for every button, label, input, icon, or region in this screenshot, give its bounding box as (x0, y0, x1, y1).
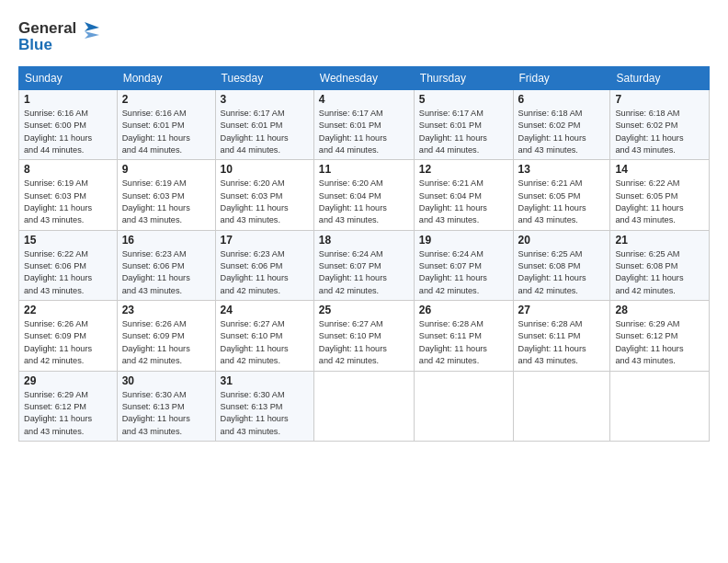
day-number: 2 (122, 93, 210, 106)
week-row-4: 22Sunrise: 6:26 AMSunset: 6:09 PMDayligh… (19, 301, 710, 371)
day-number: 24 (221, 304, 309, 316)
day-cell: 19Sunrise: 6:24 AMSunset: 6:07 PMDayligh… (414, 230, 513, 300)
week-row-5: 29Sunrise: 6:29 AMSunset: 6:12 PMDayligh… (19, 371, 710, 441)
day-cell: 28Sunrise: 6:29 AMSunset: 6:12 PMDayligh… (610, 301, 710, 371)
day-info: Sunrise: 6:22 AMSunset: 6:06 PMDaylight:… (24, 249, 92, 295)
header-day-monday: Monday (117, 67, 215, 90)
day-cell: 5Sunrise: 6:17 AMSunset: 6:01 PMDaylight… (414, 90, 513, 160)
day-info: Sunrise: 6:26 AMSunset: 6:09 PMDaylight:… (122, 319, 190, 365)
header-day-tuesday: Tuesday (215, 67, 313, 90)
day-info: Sunrise: 6:21 AMSunset: 6:05 PMDaylight:… (518, 178, 586, 224)
day-number: 17 (221, 234, 309, 247)
day-info: Sunrise: 6:16 AMSunset: 6:00 PMDaylight:… (24, 109, 92, 155)
week-row-2: 8Sunrise: 6:19 AMSunset: 6:03 PMDaylight… (19, 160, 710, 230)
logo-svg: General Blue (18, 15, 101, 55)
day-number: 15 (24, 234, 112, 247)
day-cell: 21Sunrise: 6:25 AMSunset: 6:08 PMDayligh… (610, 230, 710, 300)
day-cell: 30Sunrise: 6:30 AMSunset: 6:13 PMDayligh… (117, 371, 215, 441)
header-day-friday: Friday (513, 67, 610, 90)
day-info: Sunrise: 6:17 AMSunset: 6:01 PMDaylight:… (419, 109, 487, 155)
day-info: Sunrise: 6:18 AMSunset: 6:02 PMDaylight:… (518, 109, 586, 155)
day-cell: 31Sunrise: 6:30 AMSunset: 6:13 PMDayligh… (215, 371, 313, 441)
day-number: 16 (122, 234, 210, 247)
day-info: Sunrise: 6:19 AMSunset: 6:03 PMDaylight:… (122, 178, 190, 224)
svg-marker-3 (85, 31, 99, 39)
day-info: Sunrise: 6:26 AMSunset: 6:09 PMDaylight:… (24, 319, 92, 365)
day-info: Sunrise: 6:24 AMSunset: 6:07 PMDaylight:… (419, 249, 487, 295)
day-info: Sunrise: 6:23 AMSunset: 6:06 PMDaylight:… (221, 249, 289, 295)
logo: General Blue (18, 15, 101, 59)
day-number: 8 (24, 163, 112, 176)
day-cell: 6Sunrise: 6:18 AMSunset: 6:02 PMDaylight… (513, 90, 610, 160)
day-cell: 14Sunrise: 6:22 AMSunset: 6:05 PMDayligh… (610, 160, 710, 230)
day-number: 4 (319, 93, 409, 106)
day-number: 6 (518, 93, 606, 106)
header-day-sunday: Sunday (19, 67, 118, 90)
day-cell: 24Sunrise: 6:27 AMSunset: 6:10 PMDayligh… (215, 301, 313, 371)
day-cell: 29Sunrise: 6:29 AMSunset: 6:12 PMDayligh… (19, 371, 118, 441)
day-cell: 8Sunrise: 6:19 AMSunset: 6:03 PMDaylight… (19, 160, 118, 230)
day-cell: 22Sunrise: 6:26 AMSunset: 6:09 PMDayligh… (19, 301, 118, 371)
header-day-wednesday: Wednesday (313, 67, 414, 90)
day-number: 13 (518, 163, 606, 176)
svg-marker-2 (85, 22, 99, 31)
day-number: 30 (122, 374, 210, 387)
day-cell: 11Sunrise: 6:20 AMSunset: 6:04 PMDayligh… (313, 160, 414, 230)
header-row: SundayMondayTuesdayWednesdayThursdayFrid… (19, 67, 710, 90)
day-info: Sunrise: 6:17 AMSunset: 6:01 PMDaylight:… (319, 109, 387, 155)
day-cell (313, 371, 414, 441)
day-cell: 23Sunrise: 6:26 AMSunset: 6:09 PMDayligh… (117, 301, 215, 371)
day-cell: 9Sunrise: 6:19 AMSunset: 6:03 PMDaylight… (117, 160, 215, 230)
week-row-1: 1Sunrise: 6:16 AMSunset: 6:00 PMDaylight… (19, 90, 710, 160)
day-cell: 17Sunrise: 6:23 AMSunset: 6:06 PMDayligh… (215, 230, 313, 300)
day-cell (610, 371, 710, 441)
day-cell: 20Sunrise: 6:25 AMSunset: 6:08 PMDayligh… (513, 230, 610, 300)
day-number: 20 (518, 234, 606, 247)
day-info: Sunrise: 6:27 AMSunset: 6:10 PMDaylight:… (221, 319, 289, 365)
logo-text-block: General Blue (18, 15, 101, 59)
day-number: 25 (319, 304, 409, 316)
day-cell: 3Sunrise: 6:17 AMSunset: 6:01 PMDaylight… (215, 90, 313, 160)
day-info: Sunrise: 6:25 AMSunset: 6:08 PMDaylight:… (518, 249, 586, 295)
day-info: Sunrise: 6:16 AMSunset: 6:01 PMDaylight:… (122, 109, 190, 155)
day-info: Sunrise: 6:29 AMSunset: 6:12 PMDaylight:… (615, 319, 683, 365)
day-cell: 25Sunrise: 6:27 AMSunset: 6:10 PMDayligh… (313, 301, 414, 371)
day-cell: 10Sunrise: 6:20 AMSunset: 6:03 PMDayligh… (215, 160, 313, 230)
day-number: 10 (221, 163, 309, 176)
day-cell: 26Sunrise: 6:28 AMSunset: 6:11 PMDayligh… (414, 301, 513, 371)
day-number: 14 (615, 163, 704, 176)
day-cell: 18Sunrise: 6:24 AMSunset: 6:07 PMDayligh… (313, 230, 414, 300)
day-number: 21 (615, 234, 704, 247)
day-number: 26 (419, 304, 508, 316)
day-number: 27 (518, 304, 606, 316)
day-number: 28 (615, 304, 704, 316)
day-number: 12 (419, 163, 508, 176)
day-number: 11 (319, 163, 409, 176)
day-number: 7 (615, 93, 704, 106)
day-info: Sunrise: 6:27 AMSunset: 6:10 PMDaylight:… (319, 319, 387, 365)
day-info: Sunrise: 6:20 AMSunset: 6:04 PMDaylight:… (319, 178, 387, 224)
day-info: Sunrise: 6:22 AMSunset: 6:05 PMDaylight:… (615, 178, 683, 224)
header-day-saturday: Saturday (610, 67, 710, 90)
day-number: 19 (419, 234, 508, 247)
day-info: Sunrise: 6:25 AMSunset: 6:08 PMDaylight:… (615, 249, 683, 295)
day-info: Sunrise: 6:28 AMSunset: 6:11 PMDaylight:… (419, 319, 487, 365)
day-info: Sunrise: 6:29 AMSunset: 6:12 PMDaylight:… (24, 390, 92, 436)
day-cell: 12Sunrise: 6:21 AMSunset: 6:04 PMDayligh… (414, 160, 513, 230)
day-number: 5 (419, 93, 508, 106)
day-cell: 13Sunrise: 6:21 AMSunset: 6:05 PMDayligh… (513, 160, 610, 230)
day-number: 1 (24, 93, 112, 106)
day-info: Sunrise: 6:28 AMSunset: 6:11 PMDaylight:… (518, 319, 586, 365)
day-info: Sunrise: 6:19 AMSunset: 6:03 PMDaylight:… (24, 178, 92, 224)
header-day-thursday: Thursday (414, 67, 513, 90)
calendar-table: SundayMondayTuesdayWednesdayThursdayFrid… (18, 66, 710, 442)
day-cell: 16Sunrise: 6:23 AMSunset: 6:06 PMDayligh… (117, 230, 215, 300)
day-info: Sunrise: 6:21 AMSunset: 6:04 PMDaylight:… (419, 178, 487, 224)
day-info: Sunrise: 6:30 AMSunset: 6:13 PMDaylight:… (122, 390, 190, 436)
day-info: Sunrise: 6:24 AMSunset: 6:07 PMDaylight:… (319, 249, 387, 295)
svg-text:Blue: Blue (18, 36, 52, 53)
day-cell: 4Sunrise: 6:17 AMSunset: 6:01 PMDaylight… (313, 90, 414, 160)
day-cell (513, 371, 610, 441)
day-cell: 7Sunrise: 6:18 AMSunset: 6:02 PMDaylight… (610, 90, 710, 160)
day-number: 9 (122, 163, 210, 176)
